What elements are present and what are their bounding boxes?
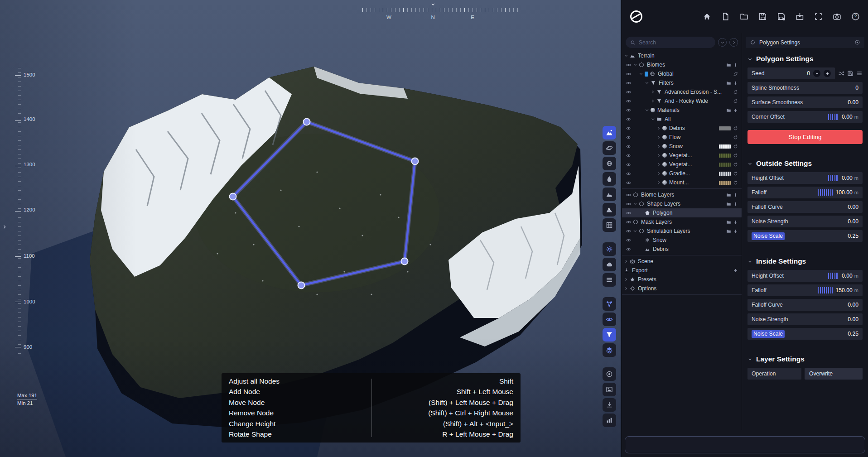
polygon-node[interactable] <box>401 258 408 265</box>
folder-icon[interactable] <box>725 63 732 67</box>
field-surface-smoothness[interactable]: Surface Smoothness0.00 <box>747 96 863 108</box>
chevron-right-icon[interactable] <box>651 99 656 103</box>
folder-icon[interactable] <box>725 229 732 234</box>
folder-icon[interactable] <box>725 202 732 207</box>
tree-item-advanced-erosion-s[interactable]: Advanced Erosion - S... <box>622 87 742 96</box>
field-spline-smoothness[interactable]: Spline Smoothness0 <box>747 82 863 94</box>
field-falloff-curve[interactable]: Falloff Curve0.00 <box>747 201 863 213</box>
open-folder-button[interactable] <box>739 12 748 21</box>
chevron-down-icon[interactable] <box>639 72 645 76</box>
drag-ticks-icon[interactable] <box>818 287 832 293</box>
field-noise-strength[interactable]: Noise Strength0.00 <box>747 313 863 325</box>
mountain-button[interactable] <box>603 188 616 201</box>
visibility-eye-icon[interactable] <box>624 89 633 95</box>
folder-icon[interactable] <box>725 192 732 197</box>
seed-increment-button[interactable] <box>824 70 831 77</box>
drag-ticks-icon[interactable] <box>828 114 839 120</box>
refresh-icon[interactable] <box>732 90 739 95</box>
field-noise-scale[interactable]: Noise Scale0.25 <box>747 328 863 340</box>
tree-item-scene[interactable]: Scene <box>622 257 742 266</box>
folder-icon[interactable] <box>725 81 732 86</box>
chevron-right-icon[interactable] <box>656 162 662 167</box>
section-header[interactable]: Inside Settings <box>747 257 863 265</box>
tree-item-materials[interactable]: Materials <box>622 106 742 115</box>
field-corner-offset[interactable]: Corner Offset0.00m <box>747 111 863 123</box>
record-button[interactable] <box>603 367 616 381</box>
visibility-eye-icon[interactable] <box>624 116 633 122</box>
visibility-eye-icon[interactable] <box>624 171 633 177</box>
new-file-button[interactable] <box>721 12 730 21</box>
chevron-down-icon[interactable] <box>645 81 651 85</box>
chevron-down-icon[interactable] <box>633 229 639 233</box>
search-input[interactable]: Search <box>626 37 715 48</box>
chevron-right-icon[interactable] <box>656 171 662 176</box>
visibility-eye-icon[interactable] <box>624 192 633 198</box>
visibility-eye-icon[interactable] <box>624 201 633 207</box>
menu-button[interactable] <box>856 70 863 77</box>
stop-editing-button[interactable]: Stop Editing <box>747 130 863 144</box>
refresh-icon[interactable] <box>732 144 739 149</box>
chevron-down-icon[interactable] <box>624 53 630 58</box>
visibility-eye-icon[interactable] <box>624 219 633 225</box>
section-header[interactable]: Outside Settings <box>747 159 863 168</box>
field-height-offset[interactable]: Height Offset0.00m <box>747 270 863 282</box>
polygon-node[interactable] <box>412 158 419 165</box>
command-input[interactable] <box>625 437 865 453</box>
tree-item-biome-layers[interactable]: Biome Layers <box>622 190 742 199</box>
chevron-right-icon[interactable] <box>656 180 662 185</box>
help-button[interactable]: ? <box>851 12 860 21</box>
erosion-button[interactable] <box>603 242 616 256</box>
chevron-right-icon[interactable] <box>656 135 662 140</box>
plus-icon[interactable] <box>732 63 739 67</box>
home-button[interactable] <box>702 12 711 21</box>
drag-ticks-icon[interactable] <box>818 189 832 196</box>
chevron-right-icon[interactable] <box>624 277 630 282</box>
chevron-right-icon[interactable] <box>624 286 630 291</box>
visibility-eye-icon[interactable] <box>624 125 633 131</box>
visibility-eye-icon[interactable] <box>624 62 633 68</box>
planet-button[interactable] <box>603 141 616 155</box>
tree-item-options[interactable]: Options <box>622 284 742 293</box>
visibility-eye-icon[interactable] <box>624 246 633 252</box>
snow-peak-button[interactable] <box>603 203 616 216</box>
layer-list-button[interactable] <box>603 273 616 287</box>
plus-icon[interactable] <box>732 268 739 273</box>
field-falloff-curve[interactable]: Falloff Curve0.00 <box>747 299 863 311</box>
visibility-eye-icon[interactable] <box>624 228 633 234</box>
seed-field[interactable]: Seed0 <box>747 67 835 79</box>
collapse-all-button[interactable] <box>718 38 727 47</box>
chevron-right-icon[interactable] <box>624 259 630 264</box>
plus-icon[interactable] <box>732 202 739 207</box>
tree-item-mount[interactable]: Mount... <box>622 178 742 187</box>
plus-icon[interactable] <box>732 192 739 197</box>
shape-filter-button[interactable] <box>603 328 616 342</box>
save-button[interactable] <box>758 12 767 21</box>
tree-item-all[interactable]: All <box>622 115 742 124</box>
layers-button[interactable] <box>603 343 616 357</box>
tree-item-presets[interactable]: Presets <box>622 275 742 284</box>
visibility-eye-icon[interactable] <box>624 80 633 86</box>
save-button[interactable] <box>847 70 854 77</box>
atmosphere-button[interactable] <box>603 157 616 170</box>
tree-item-export[interactable]: Export <box>622 266 742 275</box>
plus-icon[interactable] <box>732 220 739 225</box>
snapshot-button[interactable] <box>603 383 616 396</box>
panel-expand-handle[interactable] <box>2 223 9 231</box>
tree-item-gradie[interactable]: Gradie... <box>622 169 742 178</box>
tree-item-arid-rocky-wide[interactable]: Arid - Rocky Wide <box>622 96 742 106</box>
shuffle-button[interactable] <box>838 70 844 77</box>
chevron-down-icon[interactable] <box>651 117 656 121</box>
chevron-down-icon[interactable] <box>633 63 639 67</box>
chevron-down-icon[interactable] <box>645 108 651 112</box>
field-height-offset[interactable]: Height Offset0.00m <box>747 172 863 184</box>
seed-decrement-button[interactable] <box>813 70 820 77</box>
screenshot-button[interactable] <box>832 12 841 21</box>
polygon-node[interactable] <box>298 282 305 289</box>
folder-icon[interactable] <box>725 220 732 225</box>
polygon-node[interactable] <box>304 119 310 125</box>
import-button[interactable] <box>603 398 616 412</box>
terrain-view-button[interactable] <box>603 126 616 140</box>
chevron-right-icon[interactable] <box>656 126 662 130</box>
visibility-eye-icon[interactable] <box>624 153 633 159</box>
operation-dropdown[interactable]: Overwrite <box>805 368 863 380</box>
